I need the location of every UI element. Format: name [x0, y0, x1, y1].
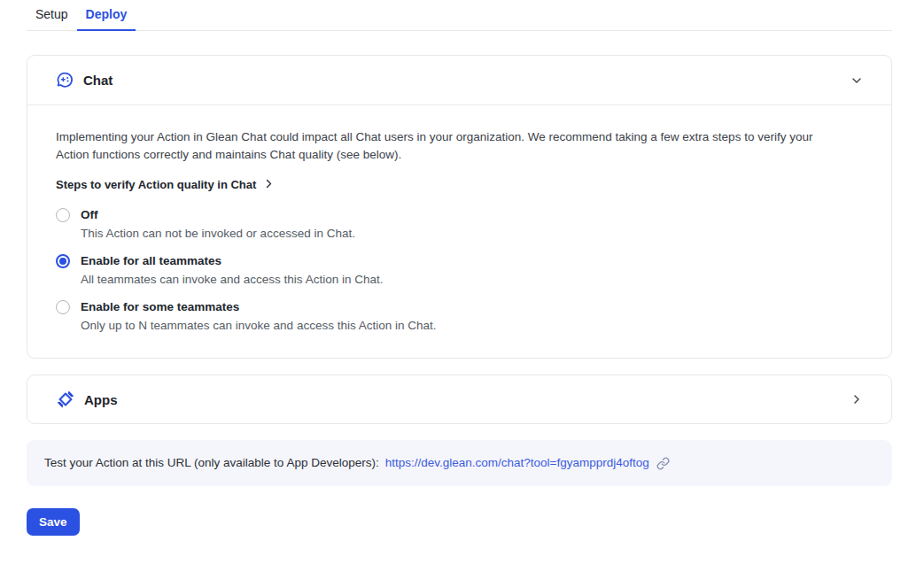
radio-off[interactable] — [56, 208, 70, 222]
option-off-label[interactable]: Off — [81, 206, 355, 224]
deploy-page: Setup Deploy Chat Implementing yo — [27, 0, 892, 536]
apps-section-header[interactable]: Apps — [27, 375, 891, 423]
chat-section-card: Chat Implementing your Action in Glean C… — [27, 55, 892, 359]
radio-enable-some[interactable] — [56, 300, 70, 314]
steps-to-verify-link[interactable]: Steps to verify Action quality in Chat — [56, 178, 274, 191]
chevron-right-icon — [264, 178, 274, 191]
option-enable-all: Enable for all teammates All teammates c… — [56, 252, 863, 289]
test-url-banner: Test your Action at this URL (only avail… — [27, 440, 892, 486]
option-off-description: This Action can not be invoked or access… — [81, 225, 355, 243]
option-enable-all-label[interactable]: Enable for all teammates — [81, 252, 383, 270]
chat-sparkle-icon — [56, 71, 74, 89]
save-button[interactable]: Save — [27, 508, 80, 536]
option-off: Off This Action can not be invoked or ac… — [56, 206, 863, 243]
chevron-right-icon[interactable] — [850, 393, 863, 406]
option-enable-some: Enable for some teammates Only up to N t… — [56, 298, 863, 335]
link-icon[interactable] — [656, 457, 670, 470]
test-url-link[interactable]: https://dev.glean.com/chat?tool=fgyamppr… — [385, 454, 649, 472]
chat-section-body: Implementing your Action in Glean Chat c… — [27, 105, 891, 358]
chat-impact-description: Implementing your Action in Glean Chat c… — [56, 128, 840, 164]
test-url-label: Test your Action at this URL (only avail… — [44, 454, 379, 472]
apps-section-card: Apps — [27, 375, 892, 424]
chat-enable-options: Off This Action can not be invoked or ac… — [56, 206, 863, 335]
option-enable-some-label[interactable]: Enable for some teammates — [81, 298, 436, 316]
tab-deploy[interactable]: Deploy — [77, 2, 136, 31]
tab-bar: Setup Deploy — [27, 2, 892, 31]
chevron-down-icon[interactable] — [850, 74, 863, 87]
radio-enable-all[interactable] — [56, 254, 70, 268]
tab-setup[interactable]: Setup — [27, 2, 77, 31]
steps-to-verify-label: Steps to verify Action quality in Chat — [56, 178, 256, 191]
option-enable-some-description: Only up to N teammates can invoke and ac… — [81, 317, 436, 335]
chat-section-header[interactable]: Chat — [27, 56, 891, 105]
option-enable-all-description: All teammates can invoke and access this… — [81, 271, 383, 289]
chat-section-title: Chat — [83, 73, 113, 88]
apps-diamond-icon — [56, 390, 75, 409]
apps-section-title: Apps — [84, 392, 118, 407]
